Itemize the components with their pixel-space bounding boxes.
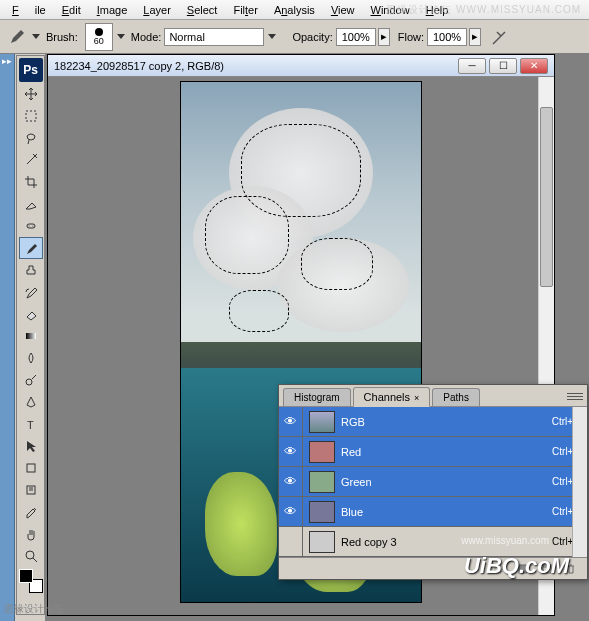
selection-marquee <box>205 196 289 274</box>
selection-marquee <box>301 238 373 290</box>
panel-scrollbar[interactable] <box>572 407 587 557</box>
selection-marquee <box>229 290 289 332</box>
eraser-tool[interactable] <box>19 303 43 325</box>
watermark-bottom-left: 思缘设计论坛 <box>4 602 64 616</box>
dock-ribbon[interactable]: ▸▸ <box>0 54 15 621</box>
svg-rect-4 <box>26 333 36 339</box>
channels-panel: Histogram Channels× Paths 👁 RGB Ctrl+~ 👁… <box>278 384 588 580</box>
ps-logo-icon[interactable]: Ps <box>19 58 43 82</box>
move-tool[interactable] <box>19 83 43 105</box>
channel-thumb <box>309 411 335 433</box>
flow-stepper[interactable]: ▸ <box>469 28 481 46</box>
history-brush-tool[interactable] <box>19 281 43 303</box>
svg-point-2 <box>28 226 29 227</box>
maximize-button[interactable]: ☐ <box>489 58 517 74</box>
panel-menu-icon[interactable] <box>567 389 583 403</box>
brush-flyout[interactable] <box>117 34 125 39</box>
stamp-tool[interactable] <box>19 259 43 281</box>
gradient-tool[interactable] <box>19 325 43 347</box>
brush-preview[interactable]: 60 <box>85 23 113 51</box>
svg-rect-7 <box>27 464 35 472</box>
brush-tool[interactable] <box>19 237 43 259</box>
channel-name: Green <box>341 476 552 488</box>
options-bar: Brush: 60 Mode: Normal Opacity: ▸ Flow: … <box>0 20 589 54</box>
marquee-tool[interactable] <box>19 105 43 127</box>
coral-shape <box>205 472 277 576</box>
channel-thumb <box>309 501 335 523</box>
tool-preset-flyout[interactable] <box>32 34 40 39</box>
heal-tool[interactable] <box>19 215 43 237</box>
crop-tool[interactable] <box>19 171 43 193</box>
minimize-button[interactable]: ─ <box>458 58 486 74</box>
brush-dot-icon <box>95 28 103 36</box>
type-tool[interactable]: T <box>19 413 43 435</box>
brush-size-value: 60 <box>94 36 104 46</box>
doc-titlebar[interactable]: 182234_20928517 copy 2, RGB/8) ─ ☐ ✕ <box>48 55 554 77</box>
channel-name: Blue <box>341 506 552 518</box>
foreground-swatch[interactable] <box>19 569 33 583</box>
shape-tool[interactable] <box>19 457 43 479</box>
channel-name: RGB <box>341 416 552 428</box>
visibility-toggle[interactable] <box>279 527 303 557</box>
tab-histogram[interactable]: Histogram <box>283 388 351 406</box>
svg-text:T: T <box>27 419 34 431</box>
svg-point-5 <box>26 379 32 385</box>
toolbox: Ps T <box>16 55 45 615</box>
channel-red[interactable]: 👁 Red Ctrl+1 <box>279 437 587 467</box>
hand-tool[interactable] <box>19 523 43 545</box>
visibility-toggle[interactable]: 👁 <box>279 467 303 497</box>
menu-filter[interactable]: Filter <box>225 2 265 18</box>
pen-tool[interactable] <box>19 391 43 413</box>
brush-tool-icon[interactable] <box>6 26 28 48</box>
scrollbar-thumb[interactable] <box>540 107 553 287</box>
watermark-logo: UiBQ.coM <box>464 553 569 579</box>
path-select-tool[interactable] <box>19 435 43 457</box>
opacity-input[interactable] <box>336 28 376 46</box>
menu-analysis[interactable]: Analysis <box>266 2 323 18</box>
channel-thumb <box>309 531 335 553</box>
mode-select[interactable]: Normal <box>164 28 264 46</box>
tab-channels[interactable]: Channels× <box>353 387 431 407</box>
mode-flyout[interactable] <box>268 34 276 39</box>
svg-point-9 <box>26 551 34 559</box>
eyedropper-tool[interactable] <box>19 501 43 523</box>
flow-label: Flow: <box>398 31 424 43</box>
dodge-tool[interactable] <box>19 369 43 391</box>
lasso-tool[interactable] <box>19 127 43 149</box>
tab-paths[interactable]: Paths <box>432 388 480 406</box>
channel-green[interactable]: 👁 Green Ctrl+2 <box>279 467 587 497</box>
airbrush-toggle[interactable] <box>489 26 511 48</box>
blur-tool[interactable] <box>19 347 43 369</box>
menu-view[interactable]: View <box>323 2 363 18</box>
menu-file[interactable]: File <box>4 2 54 18</box>
notes-tool[interactable] <box>19 479 43 501</box>
svg-rect-8 <box>27 486 35 494</box>
visibility-toggle[interactable]: 👁 <box>279 407 303 437</box>
wand-tool[interactable] <box>19 149 43 171</box>
flow-input[interactable] <box>427 28 467 46</box>
channel-thumb <box>309 441 335 463</box>
svg-rect-0 <box>26 111 36 121</box>
menu-select[interactable]: Select <box>179 2 226 18</box>
visibility-toggle[interactable]: 👁 <box>279 497 303 527</box>
menu-edit[interactable]: Edit <box>54 2 89 18</box>
menu-image[interactable]: Image <box>89 2 136 18</box>
opacity-label: Opacity: <box>292 31 332 43</box>
brush-label: Brush: <box>46 31 78 43</box>
slice-tool[interactable] <box>19 193 43 215</box>
channel-name: Red <box>341 446 552 458</box>
tab-close-icon[interactable]: × <box>414 393 419 403</box>
zoom-tool[interactable] <box>19 545 43 567</box>
close-button[interactable]: ✕ <box>520 58 548 74</box>
opacity-stepper[interactable]: ▸ <box>378 28 390 46</box>
channel-blue[interactable]: 👁 Blue Ctrl+3 <box>279 497 587 527</box>
channel-thumb <box>309 471 335 493</box>
color-swatches[interactable] <box>19 569 43 593</box>
visibility-toggle[interactable]: 👁 <box>279 437 303 467</box>
menu-layer[interactable]: Layer <box>135 2 179 18</box>
svg-rect-1 <box>27 224 35 228</box>
panel-tabs: Histogram Channels× Paths <box>279 385 587 407</box>
channel-rgb[interactable]: 👁 RGB Ctrl+~ <box>279 407 587 437</box>
watermark-top: 思缘设计论坛 WWW.MISSYUAN.COM <box>386 3 581 17</box>
doc-title: 182234_20928517 copy 2, RGB/8) <box>54 60 455 72</box>
